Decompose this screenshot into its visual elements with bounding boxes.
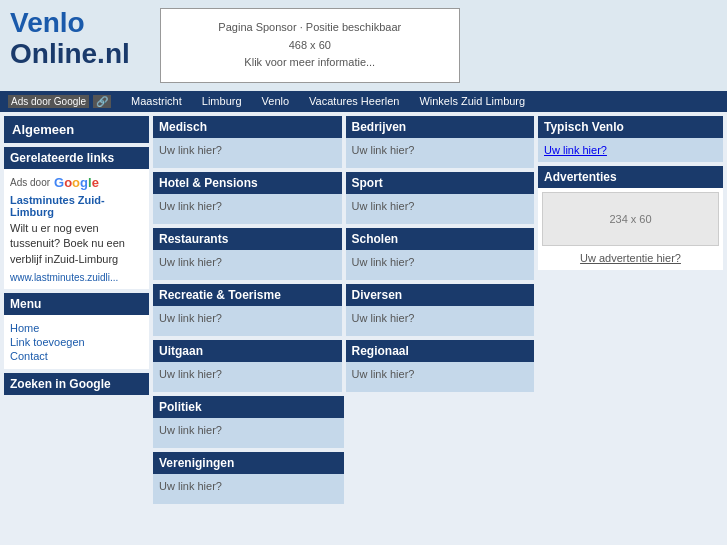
cat-diversen-body: Uw link hier? xyxy=(346,306,535,336)
google-logo: Google xyxy=(54,175,99,190)
cat-hotel-header: Hotel & Pensions xyxy=(153,172,342,194)
algemeen-header: Algemeen xyxy=(4,116,149,143)
cat-sport-header: Sport xyxy=(346,172,535,194)
ads-icon: 🔗 xyxy=(93,95,111,108)
cat-bedrijven: Bedrijven Uw link hier? xyxy=(346,116,535,168)
cat-row-5: Uitgaan Uw link hier? Regionaal Uw link … xyxy=(153,340,534,392)
content-area: Medisch Uw link hier? Bedrijven Uw link … xyxy=(153,116,723,504)
cat-bedrijven-header: Bedrijven xyxy=(346,116,535,138)
typisch-venlo-body: Uw link hier? xyxy=(538,138,723,162)
menu-home[interactable]: Home xyxy=(10,321,143,335)
right-sidebar: Typisch Venlo Uw link hier? Advertenties… xyxy=(538,116,723,504)
cat-regionaal-link[interactable]: Uw link hier? xyxy=(352,368,415,380)
gerelateerde-content: Ads door Google Lastminutes Zuid-Limburg… xyxy=(4,169,149,289)
gerelateerde-section: Gerelateerde links Ads door Google Lastm… xyxy=(4,147,149,289)
cat-recreatie: Recreatie & Toerisme Uw link hier? xyxy=(153,284,342,336)
nav-limburg[interactable]: Limburg xyxy=(202,95,242,107)
nav-maastricht[interactable]: Maastricht xyxy=(131,95,182,107)
cat-medisch-body: Uw link hier? xyxy=(153,138,342,168)
cat-medisch: Medisch Uw link hier? xyxy=(153,116,342,168)
typisch-venlo-link[interactable]: Uw link hier? xyxy=(544,144,607,156)
nav-venlo[interactable]: Venlo xyxy=(262,95,290,107)
typisch-venlo-header: Typisch Venlo xyxy=(538,116,723,138)
cat-restaurants-link[interactable]: Uw link hier? xyxy=(159,256,222,268)
navbar: Ads door Google 🔗 Maastricht Limburg Ven… xyxy=(0,91,727,112)
nav-vacatures-heerlen[interactable]: Vacatures Heerlen xyxy=(309,95,399,107)
ad-link[interactable]: Uw advertentie hier? xyxy=(580,252,681,264)
gerelateerde-header: Gerelateerde links xyxy=(4,147,149,169)
menu-link-toevoegen[interactable]: Link toevoegen xyxy=(10,335,143,349)
cat-scholen-body: Uw link hier? xyxy=(346,250,535,280)
advertenties-section: Advertenties 234 x 60 Uw advertentie hie… xyxy=(538,166,723,270)
sponsor-line2: 468 x 60 xyxy=(181,37,439,55)
cat-uitgaan: Uitgaan Uw link hier? xyxy=(153,340,342,392)
menu-header: Menu xyxy=(4,293,149,315)
cat-bedrijven-body: Uw link hier? xyxy=(346,138,535,168)
cat-diversen-header: Diversen xyxy=(346,284,535,306)
algemeen-section: Algemeen xyxy=(4,116,149,143)
cat-bedrijven-link[interactable]: Uw link hier? xyxy=(352,144,415,156)
logo-line2: Online.nl xyxy=(10,39,130,70)
cat-scholen: Scholen Uw link hier? xyxy=(346,228,535,280)
ads-label: Ads door Google xyxy=(8,95,89,108)
cat-recreatie-link[interactable]: Uw link hier? xyxy=(159,312,222,324)
menu-content: Home Link toevoegen Contact xyxy=(4,315,149,369)
cat-politiek-link[interactable]: Uw link hier? xyxy=(159,424,222,436)
zoeken-header: Zoeken in Google xyxy=(4,373,149,395)
cat-uitgaan-body: Uw link hier? xyxy=(153,362,342,392)
cat-politiek-header: Politiek xyxy=(153,396,344,418)
cat-uitgaan-header: Uitgaan xyxy=(153,340,342,362)
cat-uitgaan-link[interactable]: Uw link hier? xyxy=(159,368,222,380)
logo-line1: Venlo xyxy=(10,7,85,38)
cat-row-2: Hotel & Pensions Uw link hier? Sport Uw … xyxy=(153,172,534,224)
site-logo: Venlo Online.nl xyxy=(10,8,130,70)
menu-contact[interactable]: Contact xyxy=(10,349,143,363)
cat-verenigingen-link[interactable]: Uw link hier? xyxy=(159,480,222,492)
ad-size: 234 x 60 xyxy=(553,213,708,225)
cat-sport-link[interactable]: Uw link hier? xyxy=(352,200,415,212)
cat-scholen-link[interactable]: Uw link hier? xyxy=(352,256,415,268)
nav-winkels-zuidlimburg[interactable]: Winkels Zuid Limburg xyxy=(419,95,525,107)
cat-recreatie-body: Uw link hier? xyxy=(153,306,342,336)
cat-restaurants: Restaurants Uw link hier? xyxy=(153,228,342,280)
cat-regionaal: Regionaal Uw link hier? xyxy=(346,340,535,392)
cat-row-3: Restaurants Uw link hier? Scholen Uw lin… xyxy=(153,228,534,280)
cat-diversen-link[interactable]: Uw link hier? xyxy=(352,312,415,324)
left-sidebar: Algemeen Gerelateerde links Ads door Goo… xyxy=(4,116,149,504)
cat-medisch-header: Medisch xyxy=(153,116,342,138)
cat-verenigingen-body: Uw link hier? xyxy=(153,474,344,504)
cat-verenigingen-header: Verenigingen xyxy=(153,452,344,474)
cat-row-7: Verenigingen Uw link hier? xyxy=(153,452,534,504)
ads-google-nav: Ads door Google 🔗 xyxy=(8,95,111,108)
cat-row-1: Medisch Uw link hier? Bedrijven Uw link … xyxy=(153,116,534,168)
cat-verenigingen: Verenigingen Uw link hier? xyxy=(153,452,344,504)
ads-google-sidebar: Ads door Google xyxy=(10,175,143,190)
sponsor-box[interactable]: Pagina Sponsor · Positie beschikbaar 468… xyxy=(160,8,460,83)
cat-politiek: Politiek Uw link hier? xyxy=(153,396,344,448)
ads-text-sidebar: Ads door xyxy=(10,177,50,188)
cat-restaurants-header: Restaurants xyxy=(153,228,342,250)
zoeken-section: Zoeken in Google xyxy=(4,373,149,395)
cat-regionaal-body: Uw link hier? xyxy=(346,362,535,392)
cat-row-4: Recreatie & Toerisme Uw link hier? Diver… xyxy=(153,284,534,336)
lastminutes-url[interactable]: www.lastminutes.zuidli... xyxy=(10,272,118,283)
cat-medisch-link[interactable]: Uw link hier? xyxy=(159,144,222,156)
cat-diversen: Diversen Uw link hier? xyxy=(346,284,535,336)
menu-section: Menu Home Link toevoegen Contact xyxy=(4,293,149,369)
cat-sport-body: Uw link hier? xyxy=(346,194,535,224)
lastminutes-link-title[interactable]: Lastminutes Zuid-Limburg xyxy=(10,194,143,218)
cat-hotel-link[interactable]: Uw link hier? xyxy=(159,200,222,212)
cat-recreatie-header: Recreatie & Toerisme xyxy=(153,284,342,306)
sponsor-line1: Pagina Sponsor · Positie beschikbaar xyxy=(181,19,439,37)
cat-row-6: Politiek Uw link hier? xyxy=(153,396,534,448)
typisch-venlo-section: Typisch Venlo Uw link hier? xyxy=(538,116,723,162)
cat-sport: Sport Uw link hier? xyxy=(346,172,535,224)
lastminutes-text: Wilt u er nog even tussenuit? Boek nu ee… xyxy=(10,221,143,267)
cat-restaurants-body: Uw link hier? xyxy=(153,250,342,280)
main-content: Algemeen Gerelateerde links Ads door Goo… xyxy=(0,112,727,508)
sponsor-line3: Klik voor meer informatie... xyxy=(181,54,439,72)
cat-scholen-header: Scholen xyxy=(346,228,535,250)
ad-box[interactable]: 234 x 60 xyxy=(542,192,719,246)
cat-regionaal-header: Regionaal xyxy=(346,340,535,362)
cat-hotel-body: Uw link hier? xyxy=(153,194,342,224)
